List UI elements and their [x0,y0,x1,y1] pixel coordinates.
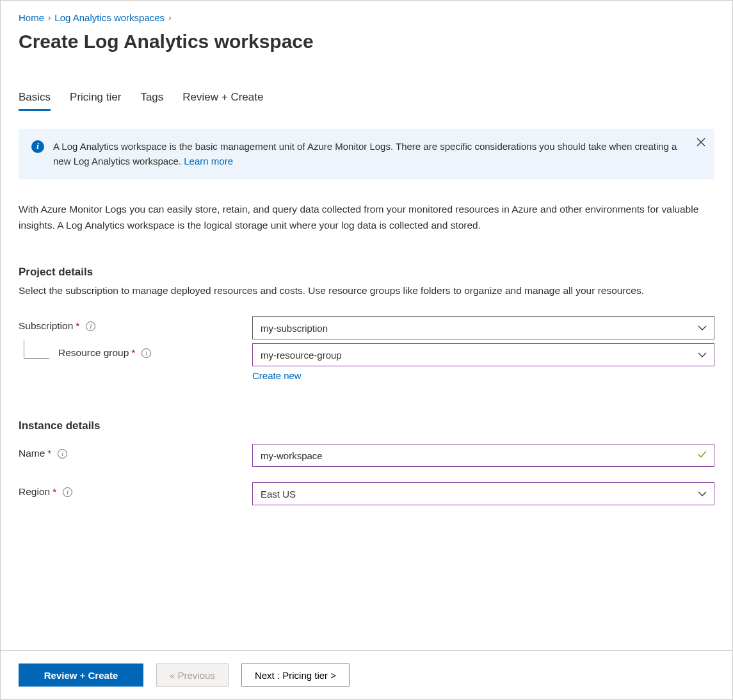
subscription-input-cell: my-subscription [252,316,714,339]
resource-group-label-cell: Resource group * i [19,343,252,359]
name-label: Name [19,448,45,459]
name-label-cell: Name * i [19,444,252,459]
chevron-right-icon: › [48,13,51,22]
tab-basics[interactable]: Basics [19,91,51,111]
region-input-cell: East US [252,482,714,505]
resource-group-row: Resource group * i my-resource-group Cre… [19,343,714,381]
required-asterisk: * [47,448,51,459]
tabs: Basics Pricing tier Tags Review + Create [19,91,714,111]
subscription-row: Subscription * i my-subscription [19,316,714,339]
info-icon: i [31,140,44,153]
learn-more-link[interactable]: Learn more [184,156,233,167]
region-row: Region * i East US [19,482,714,505]
info-tooltip-icon[interactable]: i [63,487,72,497]
region-label: Region [19,486,50,498]
create-new-link[interactable]: Create new [252,370,302,381]
subscription-select[interactable]: my-subscription [252,316,714,339]
chevron-down-icon [697,350,707,360]
region-value: East US [261,489,296,500]
tab-tags[interactable]: Tags [140,91,163,111]
resource-group-label: Resource group [58,347,129,359]
footer: Review + Create « Previous Next : Pricin… [1,650,732,699]
chevron-down-icon [697,489,707,499]
project-details-sub: Select the subscription to manage deploy… [19,282,714,299]
review-create-button[interactable]: Review + Create [19,663,143,687]
next-button[interactable]: Next : Pricing tier > [241,663,350,687]
name-input-cell: my-workspace [252,444,714,467]
required-asterisk: * [76,320,79,332]
resource-group-value: my-resource-group [261,350,342,361]
project-details-heading: Project details [19,266,714,279]
tab-review-create[interactable]: Review + Create [182,91,263,111]
info-tooltip-icon[interactable]: i [141,348,151,358]
required-asterisk: * [131,347,135,359]
info-tooltip-icon[interactable]: i [58,449,67,459]
resource-group-select[interactable]: my-resource-group [252,343,714,366]
breadcrumb-workspaces[interactable]: Log Analytics workspaces [54,12,165,23]
name-value: my-workspace [261,450,323,461]
description-text: With Azure Monitor Logs you can easily s… [19,201,714,234]
main-content: Home › Log Analytics workspaces › Create… [1,1,732,650]
previous-button: « Previous [156,663,229,687]
subscription-label: Subscription [19,320,73,332]
instance-details-heading: Instance details [19,419,714,432]
required-asterisk: * [52,486,56,498]
checkmark-icon [697,450,707,462]
breadcrumb: Home › Log Analytics workspaces › [19,12,714,23]
close-icon[interactable] [697,138,705,149]
region-label-cell: Region * i [19,482,252,498]
info-banner: i A Log Analytics workspace is the basic… [19,129,714,179]
name-row: Name * i my-workspace [19,444,714,467]
breadcrumb-home[interactable]: Home [19,12,44,23]
resource-group-input-cell: my-resource-group Create new [252,343,714,381]
create-workspace-page: Home › Log Analytics workspaces › Create… [0,0,733,700]
page-title: Create Log Analytics workspace [19,31,714,53]
tab-pricing-tier[interactable]: Pricing tier [70,91,121,111]
subscription-label-cell: Subscription * i [19,316,252,332]
subscription-value: my-subscription [261,323,328,334]
chevron-down-icon [697,323,707,333]
region-select[interactable]: East US [252,482,714,505]
name-input[interactable]: my-workspace [252,444,714,467]
info-banner-text: A Log Analytics workspace is the basic m… [53,139,684,169]
info-tooltip-icon[interactable]: i [86,322,95,331]
chevron-right-icon: › [168,13,171,22]
info-banner-message: A Log Analytics workspace is the basic m… [53,141,677,167]
